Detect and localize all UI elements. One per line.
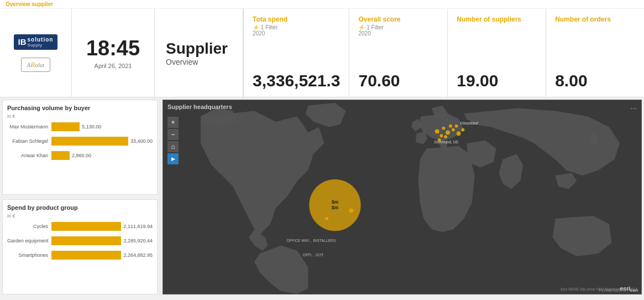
bar-row-smartphones: Smartphones 2,264,882.95 xyxy=(7,251,153,260)
dashboard-title-sub: Overview xyxy=(166,58,232,66)
kpi-overall-score-value: 70.60 xyxy=(358,71,438,90)
page-title: Overview supplier xyxy=(6,1,53,7)
bar-container-garden: 2,285,920.44 xyxy=(51,236,153,245)
bar-cycles xyxy=(51,222,121,231)
bar-label-smartphones: Smartphones xyxy=(7,252,51,258)
bar-container-mustermann: 5,130.00 xyxy=(51,122,153,131)
bar-smartphones xyxy=(51,251,121,260)
top-bar: IB solution Supply ARolut 18:45 April 26… xyxy=(0,9,644,97)
purchasing-chart-unit: in € xyxy=(7,113,153,119)
spend-chart-title: Spend by product group xyxy=(7,204,153,211)
kpi-cards: Tota spend ⚡ 1 Filter 2020 3,336,521.3 O… xyxy=(243,9,644,97)
bar-row-mustermann: Max Mustermann 5,130.00 xyxy=(7,122,153,131)
svg-point-16 xyxy=(461,128,464,132)
svg-text:OFFI... GOT: OFFI... GOT xyxy=(303,253,324,257)
bar-value-garden: 2,285,920.44 xyxy=(123,238,153,244)
kpi-num-suppliers-label: Number of suppliers xyxy=(457,15,537,23)
bar-khan xyxy=(51,151,70,160)
map-controls: + − ⌂ ▶ xyxy=(167,117,179,164)
bar-label-cycles: Cycles xyxy=(7,224,51,229)
kpi-num-suppliers-value: 19.00 xyxy=(457,71,537,90)
bar-label-garden: Garden equipment xyxy=(7,238,51,244)
kpi-overall-score-filter: ⚡ 1 Filter xyxy=(358,24,438,30)
kpi-total-spend-filter: ⚡ 1 Filter xyxy=(253,24,340,30)
svg-point-11 xyxy=(452,128,455,132)
logo-section: IB solution Supply ARolut xyxy=(0,9,72,97)
kpi-overall-score-year: 2020 xyxy=(358,30,438,37)
map-title: Supplier headquarters xyxy=(167,104,232,110)
bar-label-mustermann: Max Mustermann xyxy=(7,124,51,130)
kpi-overall-score-label: Overall score xyxy=(358,15,438,23)
bar-container-cycles: 2,111,619.94 xyxy=(51,222,153,231)
svg-text:Dortmund, US: Dortmund, US xyxy=(434,140,459,144)
kpi-num-orders-label: Number of orders xyxy=(555,15,635,23)
kpi-num-orders-value: 8.00 xyxy=(555,71,635,90)
svg-point-9 xyxy=(446,130,450,135)
ibsolution-logo: IB solution Supply xyxy=(14,34,58,50)
bar-value-smartphones: 2,264,882.95 xyxy=(123,252,153,258)
bar-value-cycles: 2,111,619.94 xyxy=(123,224,153,229)
kpi-overall-score: Overall score ⚡ 1 Filter 2020 70.60 xyxy=(349,9,447,97)
absolut-logo: ARolut xyxy=(21,58,51,72)
clock-display: 18:45 xyxy=(86,37,140,60)
kpi-num-suppliers: Number of suppliers 19.00 xyxy=(447,9,546,97)
dashboard-title-main: Supplier xyxy=(166,40,232,58)
map-panel: Supplier headquarters ··· + − ⌂ ▶ xyxy=(163,100,642,294)
home-button[interactable]: ⌂ xyxy=(167,141,179,152)
bar-container-smartphones: 2,264,882.95 xyxy=(51,251,153,260)
spend-product-chart: Spend by product group in € Cycles 2,111… xyxy=(2,199,158,294)
bar-mustermann xyxy=(51,122,80,131)
bar-row-khan: Anwar Khan 2,860.00 xyxy=(7,151,153,160)
arrow-button[interactable]: ▶ xyxy=(167,153,179,164)
purchasing-volume-chart: Purchasing volume by buyer in € Max Must… xyxy=(2,100,158,195)
bar-garden xyxy=(51,236,121,245)
clock-section: 18:45 April 26, 2021 xyxy=(72,9,155,97)
bar-row-cycles: Cycles 2,111,619.94 xyxy=(7,222,153,231)
kpi-num-orders: Number of orders 8.00 xyxy=(546,9,644,97)
kpi-total-spend-value: 3,336,521.3 xyxy=(253,71,340,90)
svg-text:Düsseldorf: Düsseldorf xyxy=(460,121,479,125)
bar-row-garden: Garden equipment 2,285,920.44 xyxy=(7,236,153,245)
bar-schlegel xyxy=(51,137,128,146)
bar-label-schlegel: Fabian Schlegel xyxy=(7,138,51,144)
map-options-menu[interactable]: ··· xyxy=(630,104,637,112)
zoom-in-button[interactable]: + xyxy=(167,117,179,128)
spend-chart-unit: in € xyxy=(7,213,153,219)
logo-ib: IB xyxy=(18,37,27,46)
dashboard-title-section: Supplier Overview xyxy=(155,9,243,97)
purchasing-chart-title: Purchasing volume by buyer xyxy=(7,105,153,111)
bar-label-khan: Anwar Khan xyxy=(7,153,51,158)
world-map-svg: $m $m OFFICE MAY... INSTALLERS OFFI... G… xyxy=(163,100,641,294)
bar-value-mustermann: 5,130.00 xyxy=(82,124,101,130)
svg-point-13 xyxy=(457,131,461,136)
esri-credit: POWERED BY esri xyxy=(599,288,638,293)
bar-container-khan: 2,860.00 xyxy=(51,151,153,160)
kpi-total-spend-label: Tota spend xyxy=(253,15,340,23)
svg-point-10 xyxy=(440,134,443,137)
svg-point-8 xyxy=(442,127,445,130)
bar-value-schlegel: 33,400.00 xyxy=(130,138,153,144)
svg-text:$m: $m xyxy=(332,199,339,205)
bar-row-schlegel: Fabian Schlegel 33,400.00 xyxy=(7,137,153,146)
clock-date: April 26, 2021 xyxy=(95,63,132,69)
svg-point-15 xyxy=(444,135,447,138)
left-panel: Purchasing volume by buyer in € Max Must… xyxy=(0,97,160,297)
svg-text:$m: $m xyxy=(332,205,339,210)
svg-text:OFFICE MAY... INSTALLERS: OFFICE MAY... INSTALLERS xyxy=(286,239,336,242)
svg-point-4 xyxy=(325,217,328,220)
svg-point-7 xyxy=(435,130,439,134)
page-title-bar: Overview supplier xyxy=(0,0,644,9)
bar-value-khan: 2,860.00 xyxy=(72,153,91,158)
kpi-total-spend: Tota spend ⚡ 1 Filter 2020 3,336,521.3 xyxy=(243,9,349,97)
zoom-out-button[interactable]: − xyxy=(167,129,179,140)
svg-point-14 xyxy=(455,125,458,128)
bar-container-schlegel: 33,400.00 xyxy=(51,137,153,146)
kpi-total-spend-year: 2020 xyxy=(253,30,340,37)
main-content: Purchasing volume by buyer in € Max Must… xyxy=(0,97,644,297)
svg-point-12 xyxy=(449,125,452,128)
svg-point-3 xyxy=(349,208,353,213)
